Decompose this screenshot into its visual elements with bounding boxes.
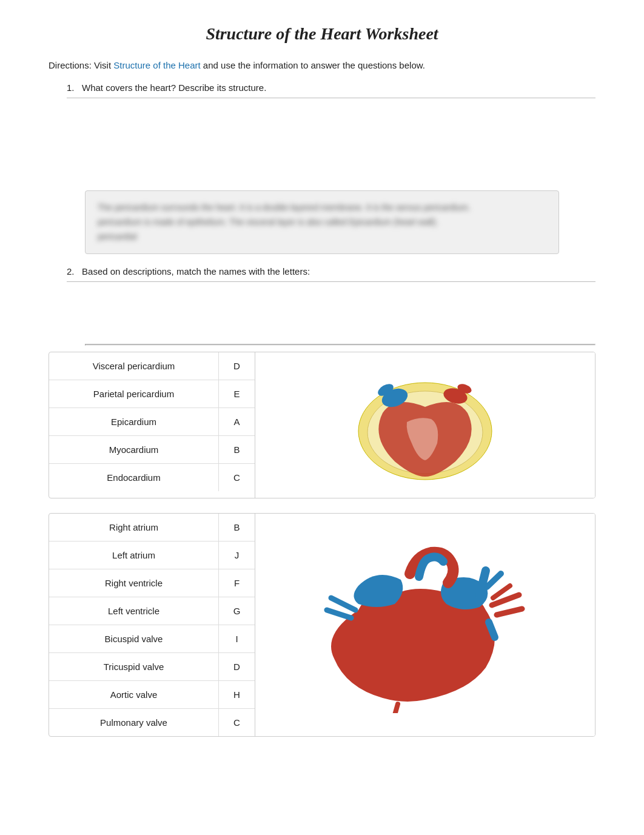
q2-answer-gap: [49, 289, 595, 338]
svg-line-13: [493, 586, 510, 598]
svg-line-12: [487, 574, 501, 587]
directions: Directions: Visit Structure of the Heart…: [49, 58, 595, 73]
table-row: Aortic valve H: [49, 681, 255, 709]
table-row: Pulmonary valve C: [49, 709, 255, 736]
table-row: Myocardium B: [49, 436, 255, 464]
match-name: Visceral pericardium: [49, 352, 218, 380]
match-name: Myocardium: [49, 436, 218, 463]
match-name: Tricuspid valve: [49, 653, 218, 680]
match-letter: C: [218, 464, 255, 491]
match-letter: H: [218, 681, 255, 708]
match-table-1-left: Visceral pericardium D Parietal pericard…: [49, 352, 255, 498]
match-table-1: Visceral pericardium D Parietal pericard…: [49, 352, 595, 498]
directions-link[interactable]: Structure of the Heart: [113, 60, 200, 70]
q2-separator: [85, 344, 595, 346]
svg-line-9: [327, 610, 351, 618]
directions-suffix: and use the information to answer the qu…: [201, 60, 425, 70]
table-row: Endocardium C: [49, 464, 255, 491]
directions-prefix: Directions: Visit: [49, 60, 113, 70]
match-name: Pulmonary valve: [49, 709, 218, 736]
svg-line-8: [331, 598, 355, 610]
q1-answer-area: [73, 106, 595, 184]
svg-line-6: [480, 571, 486, 595]
svg-line-14: [394, 704, 398, 713]
match-letter: B: [218, 514, 255, 541]
match-name: Left atrium: [49, 542, 218, 569]
match-letter: F: [218, 569, 255, 597]
match-name: Parietal pericardium: [49, 380, 218, 407]
table-row: Right atrium B: [49, 514, 255, 542]
match-table-2-left: Right atrium B Left atrium J Right ventr…: [49, 514, 255, 736]
heart-diagram-1: [334, 364, 516, 486]
match-letter: I: [218, 625, 255, 652]
match-name: Left ventricle: [49, 597, 218, 625]
match-name: Bicuspid valve: [49, 625, 218, 652]
match-letter: A: [218, 408, 255, 435]
match-letter: J: [218, 542, 255, 569]
table-row: Bicuspid valve I: [49, 625, 255, 653]
table-row: Parietal pericardium E: [49, 380, 255, 408]
match-letter: D: [218, 352, 255, 380]
match-name: Aortic valve: [49, 681, 218, 708]
match-table-1-image: [255, 352, 595, 498]
table-row: Left atrium J: [49, 542, 255, 569]
match-letter: C: [218, 709, 255, 736]
table-row: Left ventricle G: [49, 597, 255, 625]
match-name: Epicardium: [49, 408, 218, 435]
blurred-answer-text: The pericardium surrounds the heart. It …: [98, 201, 546, 244]
match-table-2: Right atrium B Left atrium J Right ventr…: [49, 513, 595, 737]
question-1: 1. What covers the heart? Describe its s…: [67, 82, 595, 98]
match-table-2-image: [255, 514, 595, 736]
match-letter: E: [218, 380, 255, 407]
q1-text: What covers the heart? Describe its stru…: [82, 82, 266, 93]
q2-number: 2.: [67, 266, 75, 277]
q2-text: Based on descriptions, match the names w…: [82, 266, 310, 277]
match-letter: D: [218, 653, 255, 680]
svg-line-11: [497, 609, 522, 615]
heart-diagram-2: [298, 537, 552, 713]
match-name: Endocardium: [49, 464, 218, 491]
match-letter: G: [218, 597, 255, 625]
page-title: Structure of the Heart Worksheet: [49, 24, 595, 44]
q1-number: 1.: [67, 82, 75, 93]
match-name: Right ventricle: [49, 569, 218, 597]
match-letter: B: [218, 436, 255, 463]
table-row: Right ventricle F: [49, 569, 255, 597]
blurred-answer-box: The pericardium surrounds the heart. It …: [85, 190, 559, 254]
match-name: Right atrium: [49, 514, 218, 541]
table-row: Visceral pericardium D: [49, 352, 255, 380]
table-row: Epicardium A: [49, 408, 255, 436]
table-row: Tricuspid valve D: [49, 653, 255, 681]
question-2: 2. Based on descriptions, match the name…: [67, 266, 595, 282]
